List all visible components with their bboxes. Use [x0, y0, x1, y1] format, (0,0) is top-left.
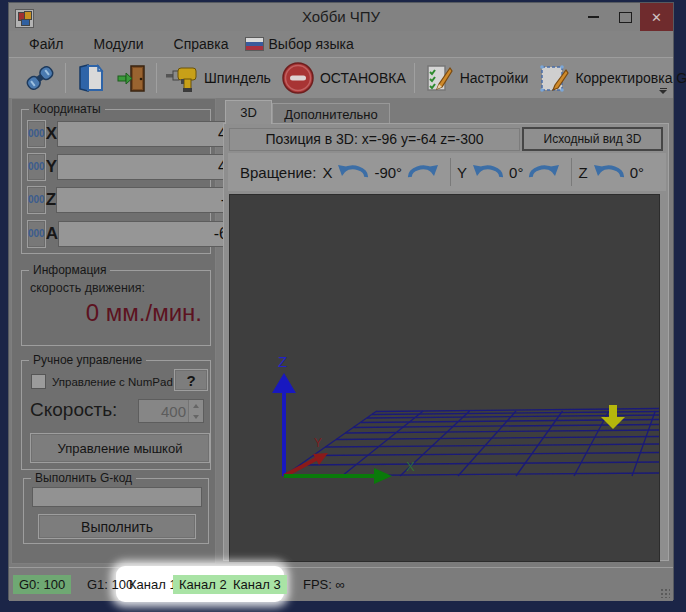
rotation-separator [450, 158, 451, 186]
rotate-ccw-icon [472, 164, 504, 181]
rotate-y-cw-button[interactable] [528, 164, 560, 181]
screen: Хобби ЧПУ ✕ Файл Модули Справка Выбор яз… [0, 0, 686, 612]
resize-grip[interactable] [660, 588, 670, 598]
mouse-control-button[interactable]: Управление мышкой [30, 433, 210, 463]
toolbar: Шпиндель ОСТАНОВКА [9, 57, 673, 99]
rotation-separator [571, 158, 572, 186]
tab-3d-content: Позиция в 3D: x=-96 y=-64 z=-300 Исходны… [223, 123, 669, 561]
rotate-x-cw-button[interactable] [407, 164, 439, 181]
axis-a-label: A [46, 224, 58, 244]
rotate-y-ccw-button[interactable] [472, 164, 504, 181]
connector-icon [23, 61, 57, 95]
toolbar-separator [156, 63, 157, 93]
scene-3d: Z Y X [230, 195, 659, 561]
manual-speed-stepper[interactable] [188, 400, 203, 422]
tab-3d[interactable]: 3D [225, 100, 272, 124]
coordinate-row-x: 000 X [27, 120, 205, 147]
settings-button[interactable]: Настройки [418, 59, 534, 97]
toolbar-overflow-button[interactable] [657, 88, 669, 95]
rotation-y-angle: 0° [509, 164, 523, 181]
close-button[interactable]: ✕ [640, 3, 673, 31]
minimize-button[interactable] [577, 3, 609, 31]
stop-label: ОСТАНОВКА [320, 70, 406, 86]
rotate-cw-icon [407, 164, 439, 181]
view3d-panel: 3D Дополнительно Позиция в 3D: x=-96 y=-… [223, 100, 671, 562]
status-channel-3[interactable]: Канал 3 [227, 575, 287, 594]
numpad-checkbox-label: Управление с NumPad [52, 376, 173, 388]
rotation-z-angle: 0° [630, 164, 644, 181]
menu-help[interactable]: Справка [164, 36, 239, 52]
manual-speed-field [138, 399, 204, 423]
gcode-correction-label: Корректировка G-Кода [575, 70, 686, 86]
manual-control-group: Ручное управление Управление с NumPad ? … [21, 360, 211, 470]
open-file-button[interactable] [69, 59, 111, 97]
gcode-edit-icon [538, 62, 570, 94]
zero-a-button[interactable]: 000 [27, 220, 46, 248]
help-button[interactable]: ? [174, 369, 208, 391]
execute-button[interactable]: Выполнить [38, 514, 196, 539]
zero-y-button[interactable]: 000 [27, 153, 46, 181]
viewport-3d[interactable]: Z Y X [229, 194, 660, 562]
menu-file[interactable]: Файл [19, 36, 73, 52]
numpad-checkbox[interactable] [31, 374, 46, 389]
coordinate-row-y: 000 Y [27, 153, 205, 180]
maximize-icon [619, 12, 632, 23]
rotation-x-label: X [322, 164, 332, 181]
manual-speed-label: Скорость: [30, 399, 117, 421]
minimize-icon [588, 16, 599, 18]
gcode-group: Выполнить G-код Выполнить [23, 478, 209, 544]
gcode-input[interactable] [32, 487, 202, 507]
svg-text:Z: Z [278, 353, 287, 370]
position-3d-label: Позиция в 3D: x=-96 y=-64 z=-300 [229, 128, 520, 151]
rotate-x-ccw-button[interactable] [337, 164, 369, 181]
stop-icon [281, 61, 315, 95]
toolbar-separator [65, 63, 66, 93]
status-g0: G0: 100 [13, 575, 71, 594]
maximize-button[interactable] [609, 3, 641, 31]
settings-notepad-icon [423, 62, 455, 94]
overflow-icon [660, 88, 667, 90]
manual-speed-input[interactable] [139, 400, 188, 422]
tab-additional[interactable]: Дополнительно [272, 103, 390, 124]
rotate-z-ccw-button[interactable] [593, 164, 625, 181]
axis-y-3d: Y [284, 436, 328, 476]
rotate-ccw-icon [337, 164, 369, 181]
left-panel: Координаты 000 X 000 Y [11, 98, 216, 564]
close-icon: ✕ [651, 10, 662, 25]
axis-x-label: X [46, 124, 57, 144]
status-channel-2[interactable]: Канал 2 [173, 575, 233, 594]
main-area: Координаты 000 X 000 Y [9, 98, 673, 567]
menu-language[interactable]: Выбор языка [245, 36, 354, 52]
zero-z-button[interactable]: 000 [27, 186, 46, 214]
reset-view-button[interactable]: Исходный вид 3D [522, 127, 663, 151]
information-group: Информация скорость движения: 0 мм./мин. [21, 270, 211, 346]
door-exit-icon [116, 62, 148, 94]
status-fps: FPS: ∞ [297, 575, 351, 594]
menu-bar: Файл Модули Справка Выбор языка [9, 31, 673, 57]
spindle-label: Шпиндель [204, 70, 271, 86]
rotate-ccw-icon [593, 164, 625, 181]
coordinates-group-title: Координаты [29, 102, 105, 116]
settings-label: Настройки [460, 70, 529, 86]
menu-modules[interactable]: Модули [83, 36, 153, 52]
drill-icon [165, 62, 199, 94]
status-bar: G0: 100 G1: 100 Канал 1 Канал 2 Канал 3 … [9, 567, 673, 601]
window-title: Хобби ЧПУ [9, 3, 673, 31]
connect-button[interactable] [18, 59, 62, 97]
title-bar[interactable]: Хобби ЧПУ ✕ [9, 3, 673, 31]
exit-button[interactable] [111, 59, 153, 97]
spindle-button[interactable]: Шпиндель [160, 59, 276, 97]
movement-speed-label: скорость движения: [30, 281, 145, 295]
rotation-y-label: Y [457, 164, 467, 181]
rotation-x-angle: -90° [374, 164, 402, 181]
toolbar-separator [414, 63, 415, 93]
zero-x-button[interactable]: 000 [27, 120, 46, 148]
svg-text:Y: Y [314, 436, 322, 450]
axis-z-3d: Z [272, 353, 296, 476]
rotation-label: Вращение: [240, 164, 316, 181]
app-window: Хобби ЧПУ ✕ Файл Модули Справка Выбор яз… [8, 2, 674, 600]
coordinate-row-z: 000 Z [27, 186, 205, 213]
rotation-z-label: Z [578, 164, 587, 181]
stop-button[interactable]: ОСТАНОВКА [276, 59, 411, 97]
gcode-group-title: Выполнить G-код [31, 471, 136, 485]
